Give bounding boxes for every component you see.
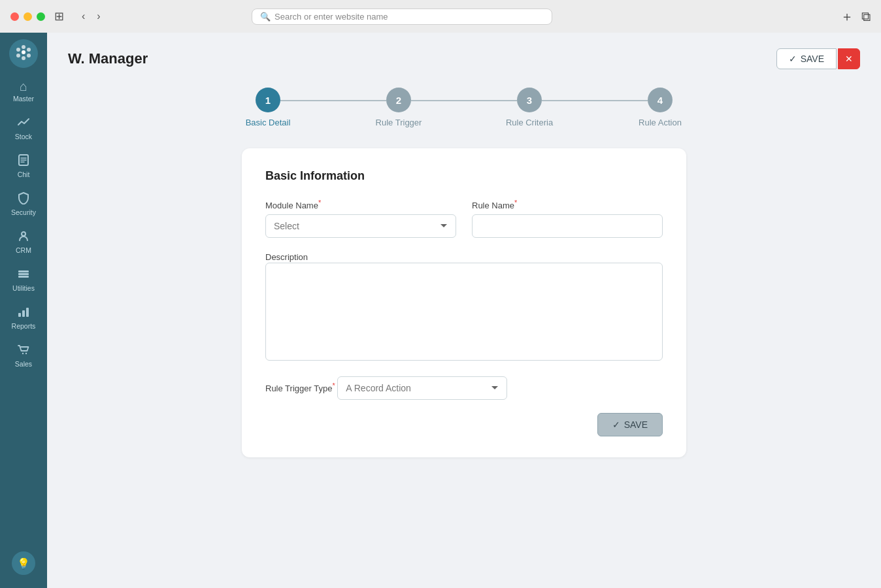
svg-point-4	[16, 54, 20, 57]
header-row: W. Manager ✓ SAVE ✕	[68, 48, 860, 69]
sidebar-item-chit[interactable]: Chit	[0, 147, 47, 185]
sidebar-label-reports: Reports	[12, 322, 36, 330]
form-footer: ✓ SAVE	[265, 413, 663, 436]
step-line-2	[411, 100, 517, 101]
step-1: 1 Basic Detail	[203, 88, 333, 127]
sidebar-bottom: 💡	[12, 545, 35, 581]
search-placeholder-text: Search or enter website name	[274, 12, 388, 22]
rule-trigger-type-label: Rule Trigger Type*	[265, 384, 337, 393]
minimize-traffic-light[interactable]	[24, 12, 32, 21]
nav-forward-button[interactable]: ›	[93, 9, 103, 24]
step-label-1: Basic Detail	[246, 118, 291, 127]
step-2: 2 Rule Trigger	[333, 88, 464, 127]
module-rule-row: Module Name* Select Module A Module B Mo…	[265, 199, 663, 238]
rule-trigger-type-select[interactable]: A Record Action Time Based Event Based	[337, 376, 507, 400]
step-label-4: Rule Action	[639, 118, 682, 127]
sidebar-bulb-button[interactable]: 💡	[12, 551, 35, 575]
sidebar-label-utilities: Utilities	[12, 284, 35, 292]
close-icon: ✕	[845, 54, 853, 64]
close-button[interactable]: ✕	[838, 48, 860, 69]
sidebar-item-utilities[interactable]: Utilities	[0, 261, 47, 299]
form-save-button[interactable]: ✓ SAVE	[597, 413, 663, 436]
sales-icon	[17, 343, 30, 358]
svg-rect-18	[26, 308, 29, 317]
header-actions: ✓ SAVE ✕	[776, 48, 860, 69]
new-tab-button[interactable]: ＋	[840, 8, 854, 25]
svg-point-5	[22, 56, 25, 60]
sidebar-item-crm[interactable]: CRM	[0, 223, 47, 261]
app-body: ⌂ Master Stock Chit	[0, 33, 881, 588]
titlebar: ⊞ ‹ › 🔍 Search or enter website name ＋ ⧉	[0, 0, 881, 33]
sidebar-item-sales[interactable]: Sales	[0, 336, 47, 374]
rule-name-label: Rule Name*	[472, 199, 663, 210]
crm-icon	[17, 229, 30, 244]
titlebar-actions: ＋ ⧉	[840, 8, 871, 25]
security-icon	[17, 191, 30, 206]
description-textarea[interactable]	[265, 263, 663, 361]
rule-trigger-type-group: Rule Trigger Type* A Record Action Time …	[265, 376, 663, 400]
svg-point-19	[22, 353, 24, 354]
module-name-select[interactable]: Select Module A Module B Module C	[265, 214, 456, 238]
stepper: 1 Basic Detail 2 Rule Trigger 3 Rule Cri…	[68, 88, 860, 127]
sidebar-label-master: Master	[13, 95, 34, 103]
sidebar-label-chit: Chit	[18, 171, 30, 178]
svg-point-6	[27, 54, 31, 57]
module-name-label: Module Name*	[265, 199, 456, 210]
svg-rect-14	[18, 273, 29, 275]
svg-point-20	[25, 353, 27, 354]
step-circle-4: 4	[648, 88, 673, 112]
search-icon: 🔍	[260, 12, 271, 22]
sidebar-label-security: Security	[11, 208, 36, 216]
svg-point-2	[22, 45, 25, 49]
chit-icon	[17, 154, 30, 169]
rule-name-input[interactable]	[472, 214, 663, 238]
titlebar-search[interactable]: 🔍 Search or enter website name	[252, 8, 552, 25]
step-circle-2: 2	[386, 88, 411, 112]
app-logo	[9, 39, 38, 68]
svg-rect-13	[18, 270, 29, 272]
form-save-checkmark-icon: ✓	[612, 419, 620, 430]
traffic-lights	[10, 12, 45, 21]
main-content: W. Manager ✓ SAVE ✕ 1 Basic Detail	[47, 33, 881, 588]
svg-rect-17	[22, 310, 25, 317]
basic-information-card: Basic Information Module Name* Select Mo…	[242, 148, 686, 457]
svg-point-7	[22, 50, 25, 54]
reports-icon	[17, 305, 30, 320]
rule-name-group: Rule Name*	[472, 199, 663, 238]
sidebar-label-crm: CRM	[16, 246, 31, 254]
step-line-1	[280, 100, 386, 101]
step-4: 4 Rule Action	[595, 88, 725, 127]
nav-back-button[interactable]: ‹	[78, 9, 88, 24]
svg-rect-16	[18, 313, 21, 317]
page-title: W. Manager	[68, 50, 148, 67]
tabs-overview-button[interactable]: ⧉	[861, 8, 871, 25]
description-label: Description	[265, 252, 308, 262]
sidebar-item-security[interactable]: Security	[0, 185, 47, 223]
step-circle-3: 3	[517, 88, 542, 112]
sidebar: ⌂ Master Stock Chit	[0, 33, 47, 588]
svg-point-12	[22, 232, 25, 236]
sidebar-label-stock: Stock	[15, 133, 32, 140]
svg-point-3	[27, 48, 31, 52]
module-name-group: Module Name* Select Module A Module B Mo…	[265, 199, 456, 238]
utilities-icon	[17, 267, 30, 282]
save-button[interactable]: ✓ SAVE	[776, 48, 837, 69]
card-title: Basic Information	[265, 169, 663, 183]
step-circle-1: 1	[256, 88, 280, 112]
titlebar-nav: ‹ ›	[78, 9, 104, 24]
sidebar-label-sales: Sales	[15, 360, 32, 368]
sidebar-toggle-button[interactable]: ⊞	[53, 8, 65, 25]
maximize-traffic-light[interactable]	[37, 12, 45, 21]
step-line-3	[542, 100, 648, 101]
sidebar-item-master[interactable]: ⌂ Master	[0, 73, 47, 109]
sidebar-item-stock[interactable]: Stock	[0, 109, 47, 147]
close-traffic-light[interactable]	[10, 12, 19, 21]
step-label-2: Rule Trigger	[376, 118, 422, 127]
step-label-3: Rule Criteria	[506, 118, 553, 127]
sidebar-item-reports[interactable]: Reports	[0, 299, 47, 336]
description-group: Description	[265, 251, 663, 363]
stock-icon	[17, 116, 30, 131]
master-icon: ⌂	[20, 80, 27, 93]
svg-point-1	[16, 48, 20, 52]
svg-rect-15	[18, 276, 29, 278]
